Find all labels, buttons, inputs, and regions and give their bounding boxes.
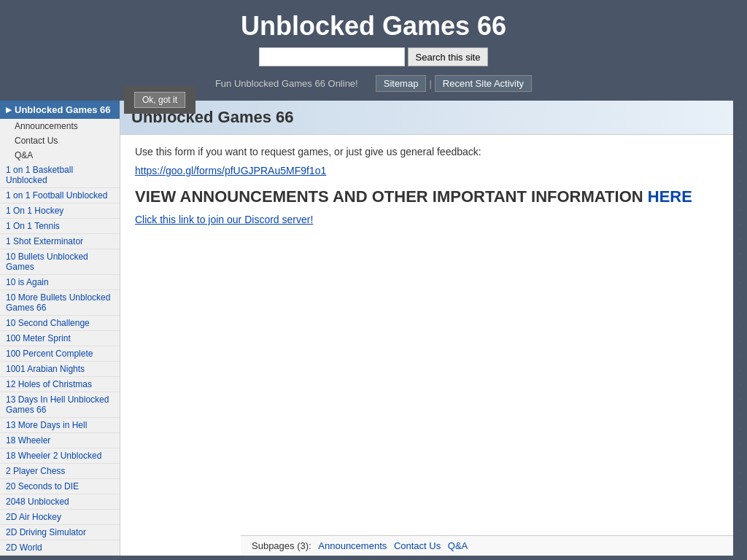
- sidebar-item-shot-exterminator[interactable]: 1 Shot Exterminator: [0, 234, 120, 249]
- main-panel: Unblocked Games 66 Use this form if you …: [120, 101, 733, 556]
- cookie-banner: Ok, got it: [124, 86, 196, 114]
- subpage-contact[interactable]: Contact Us: [394, 540, 441, 551]
- fun-text: Fun Unblocked Games 66 Online!: [215, 78, 358, 89]
- subpage-qa[interactable]: Q&A: [448, 540, 468, 551]
- form-link[interactable]: https://goo.gl/forms/pfUGJPRAu5MF9f1o1: [135, 165, 719, 176]
- subpages-bar: Subpages (3): Announcements Contact Us Q…: [241, 535, 733, 556]
- sidebar-item-tennis[interactable]: 1 On 1 Tennis: [0, 219, 120, 234]
- subpage-announcements[interactable]: Announcements: [318, 540, 387, 551]
- sidebar-item-10morebullets[interactable]: 10 More Bullets Unblocked Games 66: [0, 290, 120, 316]
- sidebar-item-13more[interactable]: 13 More Days in Hell: [0, 418, 120, 433]
- site-title: Unblocked Games 66: [0, 11, 747, 42]
- subpages-label: Subpages (3):: [252, 540, 311, 551]
- sidebar-item-football[interactable]: 1 on 1 Football Unblocked: [0, 188, 120, 203]
- sidebar-item-2dworld[interactable]: 2D World: [0, 540, 120, 556]
- sidebar-sub-announcements[interactable]: Announcements: [0, 119, 120, 133]
- sidebar-item-18wheeler[interactable]: 18 Wheeler: [0, 433, 120, 448]
- sidebar-item-2048[interactable]: 2048 Unblocked: [0, 494, 120, 510]
- sidebar: Unblocked Games 66 Announcements Contact…: [0, 101, 120, 556]
- recent-activity-link[interactable]: Recent Site Activity: [435, 75, 532, 92]
- page-header-bar: Unblocked Games 66: [120, 101, 733, 135]
- sidebar-item-2dairhockey[interactable]: 2D Air Hockey: [0, 510, 120, 525]
- sidebar-item-12holes[interactable]: 12 Holes of Christmas: [0, 377, 120, 392]
- nav-links: Fun Unblocked Games 66 Online! Sitemap |…: [0, 72, 747, 95]
- sidebar-sub-contact[interactable]: Contact Us: [0, 133, 120, 148]
- page-title: Unblocked Games 66: [131, 108, 722, 127]
- search-button[interactable]: Search this site: [408, 47, 489, 66]
- sidebar-item-hockey[interactable]: 1 On 1 Hockey: [0, 203, 120, 219]
- announcements-heading-text: VIEW ANNOUNCEMENTS AND OTHER IMPORTANT I…: [135, 187, 643, 206]
- sidebar-item-18wheeler2[interactable]: 18 Wheeler 2 Unblocked: [0, 448, 120, 464]
- sidebar-header[interactable]: Unblocked Games 66: [0, 101, 120, 119]
- here-link[interactable]: HERE: [648, 187, 692, 206]
- sidebar-sub-qa[interactable]: Q&A: [0, 148, 120, 163]
- dark-right-background: [733, 101, 747, 556]
- sidebar-item-13days[interactable]: 13 Days In Hell Unblocked Games 66: [0, 392, 120, 418]
- sitemap-link[interactable]: Sitemap: [376, 75, 427, 92]
- sidebar-item-2playerchess[interactable]: 2 Player Chess: [0, 464, 120, 479]
- sidebar-item-20seconds[interactable]: 20 Seconds to DIE: [0, 479, 120, 494]
- cookie-ok-button[interactable]: Ok, got it: [134, 92, 185, 108]
- content-area: Use this form if you want to request gam…: [120, 135, 733, 236]
- sidebar-item-100meter[interactable]: 100 Meter Sprint: [0, 331, 120, 346]
- sidebar-item-1001nights[interactable]: 1001 Arabian Nights: [0, 362, 120, 377]
- sidebar-item-2ddriving[interactable]: 2D Driving Simulator: [0, 525, 120, 540]
- sidebar-item-10isagain[interactable]: 10 is Again: [0, 275, 120, 290]
- sidebar-item-10second[interactable]: 10 Second Challenge: [0, 316, 120, 331]
- sidebar-item-10bullets[interactable]: 10 Bullets Unblocked Games: [0, 249, 120, 275]
- announcements-heading: VIEW ANNOUNCEMENTS AND OTHER IMPORTANT I…: [135, 187, 719, 206]
- search-input[interactable]: [259, 47, 405, 66]
- discord-link[interactable]: Click this link to join our Discord serv…: [135, 214, 719, 225]
- search-bar: Search this site: [0, 47, 747, 66]
- sidebar-item-basketball[interactable]: 1 on 1 Basketball Unblocked: [0, 163, 120, 188]
- intro-text: Use this form if you want to request gam…: [135, 146, 719, 158]
- sidebar-item-100percent[interactable]: 100 Percent Complete: [0, 346, 120, 362]
